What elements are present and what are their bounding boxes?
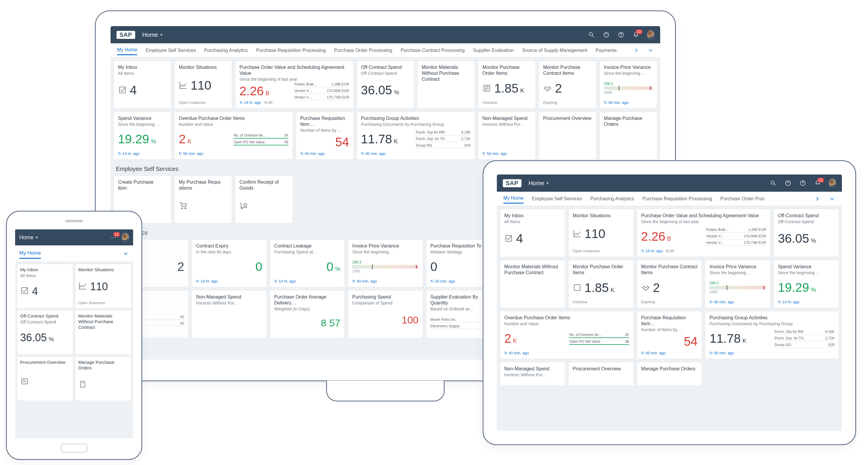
refresh-link[interactable]: ↻ 14 hr. ago bbox=[274, 279, 296, 283]
tab-po-processing[interactable]: Purchase Order Processing bbox=[334, 48, 393, 53]
tile-spend-variance[interactable]: Spend Variance Since the beginning … 19.… bbox=[773, 260, 839, 308]
tile-manage-purchase-orders[interactable]: Manage Purchase Orders bbox=[75, 356, 131, 401]
refresh-link[interactable]: ↻ 40 min. ago bbox=[504, 351, 529, 355]
tile-my-inbox[interactable]: My Inbox All Items 4 bbox=[17, 264, 73, 308]
refresh-link[interactable]: ↻ 14 hr. ago bbox=[240, 100, 261, 105]
tile-non-managed-spend[interactable]: Non-Managed Spend Invoices Without Pur… bbox=[500, 362, 565, 386]
tab-purchasing-analytics[interactable]: Purchasing Analytics bbox=[590, 196, 634, 202]
refresh-link[interactable]: ↻ 40 min. ago bbox=[300, 151, 325, 156]
refresh-link[interactable]: ↻ 40 min. ago bbox=[604, 100, 628, 105]
tab-source-supply[interactable]: Source of Supply Management bbox=[522, 48, 587, 53]
tile-pa-expiry[interactable]: Contract Expiry In the next 90 days 0 ↻ … bbox=[191, 239, 267, 287]
tile-pa2-nonmanaged[interactable]: Non-Managed Spend Invoices Without Pur… bbox=[191, 290, 267, 338]
tile-monitor-pc-items[interactable]: Monitor Purchase Contract Items 2 Expiri… bbox=[539, 61, 596, 109]
tile-off-contract-spend[interactable]: Off-Contract Spend Off-Contract-Spend 36… bbox=[773, 209, 839, 257]
tile-my-inbox[interactable]: My Inbox All Items 4 bbox=[500, 209, 565, 257]
bullet-value: 299.3 bbox=[604, 82, 653, 86]
help-icon[interactable] bbox=[618, 31, 625, 38]
tile-monitor-situations[interactable]: Monitor Situations 110 Open Instances bbox=[174, 61, 232, 109]
tabs-dropdown-icon[interactable] bbox=[648, 47, 654, 54]
tile-materials-no-contract[interactable]: Monitor Materials Without Purchase Contr… bbox=[75, 310, 131, 355]
tile-non-managed-spend[interactable]: Non-Managed Spend Invoices Without Pur… … bbox=[478, 112, 536, 159]
tab-purchasing-analytics[interactable]: Purchasing Analytics bbox=[204, 48, 248, 53]
tile-manage-purchase-orders[interactable]: Manage Purchase Orders bbox=[599, 112, 657, 159]
tile-procurement-overview[interactable]: Procurement Overview bbox=[17, 356, 73, 401]
tile-my-prs[interactable]: My Purchase Requi- sitions bbox=[174, 175, 232, 224]
avatar[interactable] bbox=[829, 179, 836, 187]
tile-pa-ipv[interactable]: Invoice Price Variance Since the beginni… bbox=[348, 239, 423, 287]
page-title-dropdown[interactable]: Home▾ bbox=[529, 180, 549, 187]
tile-po-value[interactable]: Purchase Order Value and Scheduling Agre… bbox=[235, 61, 354, 109]
search-icon[interactable] bbox=[770, 179, 777, 187]
refresh-link[interactable]: ↻ 50 min. ago bbox=[179, 151, 204, 156]
tile-manage-purchase-orders[interactable]: Manage Purchase Orders bbox=[637, 362, 702, 386]
refresh-link[interactable]: ↻ 50 min. ago bbox=[482, 151, 507, 156]
tile-invoice-price-variance[interactable]: Invoice Price Variance Since the beginni… bbox=[599, 61, 657, 109]
tab-supplier-evaluation[interactable]: Supplier Evaluation bbox=[473, 48, 514, 53]
tabs-dropdown-icon[interactable] bbox=[122, 251, 129, 257]
avatar[interactable] bbox=[122, 234, 129, 241]
tabs-dropdown-icon[interactable] bbox=[829, 196, 835, 202]
tile-off-contract-spend[interactable]: Off-Contract Spend Off-Contract-Spend 36… bbox=[356, 61, 414, 109]
tile-spend-variance[interactable]: Spend Variance Since the beginning … 19.… bbox=[114, 112, 172, 159]
refresh-link[interactable]: ↻ 14 hr. ago bbox=[118, 151, 140, 156]
refresh-link[interactable]: ↻ 40 min. ago bbox=[709, 300, 734, 304]
tile-off-contract-spend[interactable]: Off-Contract Spend Off-Contract-Spend 36… bbox=[17, 310, 73, 355]
copilot-icon[interactable] bbox=[603, 31, 610, 38]
avatar[interactable] bbox=[647, 31, 654, 38]
tab-po-processing[interactable]: Purchase Order Proc bbox=[720, 196, 765, 202]
tile-monitor-pc-items[interactable]: Monitor Purchase Contract Items 2 Expiri… bbox=[637, 260, 702, 308]
tile-monitor-po-items[interactable]: Monitor Purchase Order Items 1.85K Overd… bbox=[568, 260, 634, 308]
tile-overdue-po-items[interactable]: Overdue Purchase Order Items Number and … bbox=[174, 112, 293, 159]
tile-purchasing-group-activities[interactable]: Purchasing Group Activities Purchasing D… bbox=[356, 112, 475, 159]
tile-my-inbox[interactable]: My Inbox All Items 4 bbox=[114, 61, 172, 109]
tile-confirm-receipt[interactable]: Confirm Receipt of Goods bbox=[235, 175, 293, 224]
tile-procurement-overview[interactable]: Procurement Overview bbox=[568, 362, 634, 386]
tile-monitor-situations[interactable]: Monitor Situations 110 Open Instances bbox=[568, 209, 634, 257]
tab-pr-processing[interactable]: Purchase Requisition Processing bbox=[256, 48, 326, 53]
tab-my-home[interactable]: My Home bbox=[117, 47, 137, 55]
help-icon[interactable] bbox=[799, 179, 806, 187]
copilot-icon[interactable] bbox=[784, 179, 792, 187]
tab-my-home[interactable]: My Home bbox=[19, 250, 41, 259]
tile-pa2-pspend[interactable]: Purchasing Spend Comparison of Spend 100 bbox=[348, 290, 423, 338]
tile-monitor-po-items[interactable]: Monitor Purchase Order Items 1.85 K Over… bbox=[478, 61, 536, 109]
tile-purchase-requisition-items[interactable]: Purchase Requisition Item… Number of Ite… bbox=[296, 112, 354, 159]
page-title-dropdown[interactable]: Home ▾ bbox=[142, 31, 162, 38]
tile-value: 11.78 bbox=[361, 132, 392, 146]
refresh-link[interactable]: ↻ 20 min. ago bbox=[430, 279, 455, 283]
tile-purchase-requisition-items[interactable]: Purchase Requisition Item… Number of Ite… bbox=[637, 311, 702, 359]
tile-po-value[interactable]: Purchase Order Value and Scheduling Agre… bbox=[637, 209, 771, 257]
refresh-link[interactable]: ↻ 40 min. ago bbox=[709, 351, 734, 355]
tab-my-home[interactable]: My Home bbox=[503, 196, 524, 204]
refresh-link[interactable]: ↻ 40 min. ago bbox=[352, 279, 377, 283]
page-title-dropdown[interactable]: Home▾ bbox=[19, 234, 38, 241]
tab-pc-processing[interactable]: Purchase Contract Processing bbox=[401, 48, 465, 53]
refresh-link[interactable]: ↻ 14 hr. ago bbox=[641, 249, 663, 253]
tile-monitor-situations[interactable]: Monitor Situations 110 Open Instances bbox=[75, 264, 131, 308]
notifications-icon[interactable]: 12 ⋯ bbox=[110, 234, 117, 241]
refresh-link[interactable]: ↻ 14 hr. ago bbox=[196, 279, 218, 283]
tab-ess[interactable]: Employee Self Services bbox=[146, 48, 196, 53]
tabs-overflow-right-icon[interactable] bbox=[814, 196, 820, 202]
tile-invoice-price-variance[interactable]: Invoice Price Variance Since the beginni… bbox=[705, 260, 771, 308]
tabs-overflow-right-icon[interactable] bbox=[633, 47, 639, 54]
tile-materials-no-contract[interactable]: Monitor Materials Without Purchase Contr… bbox=[417, 61, 475, 109]
notifications-icon[interactable]: 12 bbox=[632, 31, 640, 38]
refresh-link[interactable]: ↻ 40 min. ago bbox=[361, 151, 386, 156]
svg-line-1 bbox=[592, 36, 594, 37]
tile-pa2-avgdeliv[interactable]: Purchase Order Average Delivery… Weighte… bbox=[270, 290, 345, 338]
tile-procurement-overview[interactable]: Procurement Overview bbox=[539, 112, 596, 159]
refresh-link[interactable]: ↻ 14 hr. ago bbox=[778, 300, 800, 304]
tile-purchasing-group-activities[interactable]: Purchasing Group Activities Purchasing D… bbox=[705, 311, 839, 359]
tile-materials-no-contract[interactable]: Monitor Materials Without Purchase Contr… bbox=[500, 260, 565, 308]
search-icon[interactable] bbox=[588, 31, 595, 38]
notifications-icon[interactable]: 12 bbox=[814, 179, 821, 187]
tab-ess[interactable]: Employee Self Services bbox=[532, 196, 582, 202]
tab-payments[interactable]: Payments bbox=[595, 48, 617, 53]
tile-overdue-po-items[interactable]: Overdue Purchase Order Items Number and … bbox=[500, 311, 634, 359]
tab-pr-processing[interactable]: Purchase Requisition Processing bbox=[642, 196, 712, 202]
tile-pa-leakage[interactable]: Contract Leakage Purchasing Spend wi… 0%… bbox=[270, 239, 345, 287]
tile-subtitle: Number and Value bbox=[179, 122, 288, 127]
refresh-link[interactable]: ↻ 40 min. ago bbox=[641, 351, 666, 355]
